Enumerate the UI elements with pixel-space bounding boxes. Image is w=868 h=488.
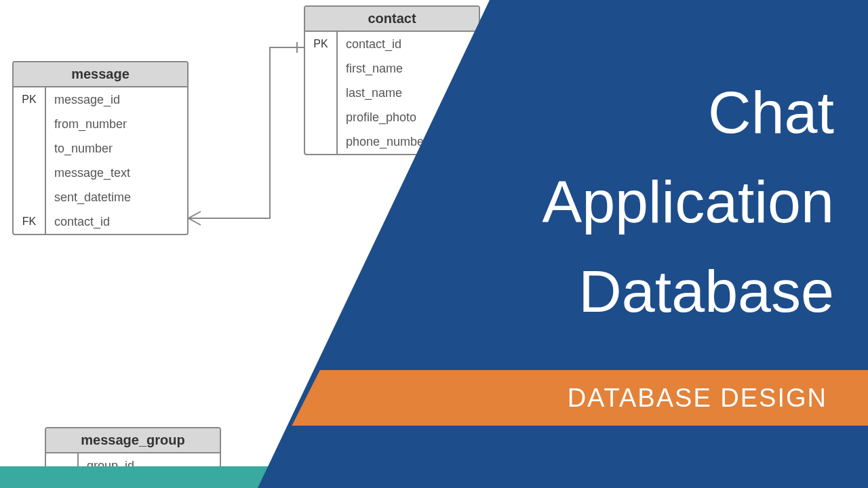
field-cell: sent_datetime bbox=[46, 185, 187, 209]
key-cell bbox=[305, 56, 336, 81]
entity-message: message PK FK message_id from_number to_… bbox=[12, 61, 189, 235]
key-cell bbox=[305, 81, 336, 105]
field-cell: contact_id bbox=[46, 209, 187, 234]
title-line-2: Application bbox=[542, 157, 834, 247]
entity-contact-header: contact bbox=[305, 7, 479, 32]
subtitle-text: DATABASE DESIGN bbox=[568, 384, 827, 413]
entity-message-body: PK FK message_id from_number to_number m… bbox=[14, 87, 187, 234]
entity-message-header: message bbox=[14, 62, 187, 87]
field-cell: contact_id bbox=[338, 32, 479, 56]
field-cell: to_number bbox=[46, 136, 187, 161]
field-cell: message_text bbox=[46, 161, 187, 185]
key-cell bbox=[14, 136, 45, 161]
entity-message-key-col: PK FK bbox=[14, 87, 46, 234]
key-cell bbox=[14, 161, 45, 185]
key-cell bbox=[305, 129, 336, 154]
orange-subtitle-band: DATABASE DESIGN bbox=[258, 370, 868, 426]
entity-contact-key-col: PK bbox=[305, 32, 338, 154]
key-cell: PK bbox=[305, 32, 336, 56]
title-line-3: Database bbox=[542, 247, 834, 336]
main-title: Chat Application Database bbox=[542, 68, 834, 336]
field-cell: from_number bbox=[46, 112, 187, 136]
field-cell: message_id bbox=[46, 87, 187, 112]
relationship-connector bbox=[189, 41, 305, 230]
title-line-1: Chat bbox=[542, 68, 834, 157]
key-cell bbox=[14, 185, 45, 209]
key-cell bbox=[305, 105, 336, 129]
entity-message-group-header: message_group bbox=[46, 428, 220, 453]
key-cell bbox=[14, 112, 45, 136]
key-cell: FK bbox=[14, 209, 45, 234]
entity-message-field-col: message_id from_number to_number message… bbox=[46, 87, 187, 234]
key-cell: PK bbox=[14, 87, 45, 112]
